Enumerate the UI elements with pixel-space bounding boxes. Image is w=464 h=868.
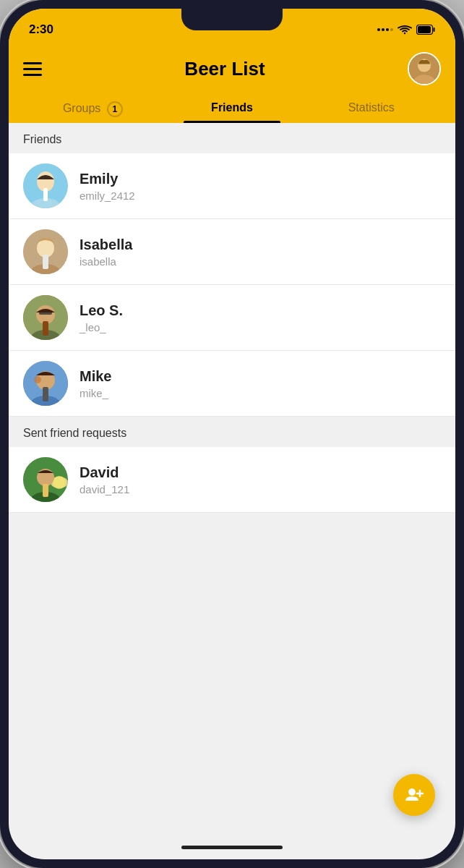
home-bar [181, 846, 283, 849]
mike-name: Mike [80, 368, 111, 385]
phone-inner: 2:30 [9, 9, 455, 859]
isabella-info: Isabella isabella [80, 237, 132, 268]
isabella-avatar [23, 229, 68, 274]
david-handle: david_121 [80, 483, 129, 495]
content-area: Friends Emily emily_24 [9, 123, 455, 513]
friends-section-header: Friends [9, 123, 455, 153]
david-name: David [80, 464, 129, 481]
leo-name: Leo S. [80, 302, 123, 319]
leo-handle: _leo_ [80, 321, 123, 333]
list-item[interactable]: Emily emily_2412 [9, 153, 455, 219]
wifi-icon [398, 25, 412, 35]
svg-point-30 [408, 788, 416, 796]
list-item[interactable]: David david_121 [9, 447, 455, 513]
svg-rect-1 [434, 27, 435, 32]
battery-icon [416, 25, 435, 35]
svg-rect-29 [43, 484, 48, 497]
mike-handle: mike_ [80, 387, 111, 399]
profile-avatar[interactable] [408, 52, 441, 85]
svg-rect-9 [43, 188, 48, 201]
add-person-icon [404, 785, 424, 805]
phone-shell: 2:30 [0, 0, 464, 868]
svg-point-27 [53, 476, 66, 489]
emily-info: Emily emily_2412 [80, 171, 135, 202]
add-friend-fab[interactable] [393, 774, 435, 816]
svg-point-22 [34, 376, 41, 383]
david-avatar [23, 457, 68, 502]
groups-badge: 1 [107, 101, 123, 117]
hamburger-menu[interactable] [23, 62, 42, 76]
list-item[interactable]: Isabella isabella [9, 219, 455, 285]
mike-avatar [23, 361, 68, 406]
status-icons [377, 25, 435, 35]
svg-rect-18 [43, 321, 48, 336]
tab-groups[interactable]: Groups 1 [23, 94, 163, 123]
david-info: David david_121 [80, 464, 129, 495]
signal-icon [377, 28, 393, 31]
svg-rect-2 [418, 26, 431, 33]
leo-info: Leo S. _leo_ [80, 302, 123, 333]
app-header: Beer List Groups 1 [9, 45, 455, 123]
list-item[interactable]: Mike mike_ [9, 351, 455, 417]
notch [181, 9, 283, 30]
sent-requests-section-header: Sent friend requests [9, 417, 455, 447]
avatar-image [409, 54, 439, 84]
list-item[interactable]: Leo S. _leo_ [9, 285, 455, 351]
svg-rect-23 [43, 387, 48, 401]
emily-avatar [23, 163, 68, 208]
tab-statistics[interactable]: Statistics [301, 94, 441, 123]
svg-rect-13 [43, 255, 48, 269]
emily-handle: emily_2412 [80, 190, 135, 202]
app-title: Beer List [184, 58, 265, 80]
mike-info: Mike mike_ [80, 368, 111, 399]
emily-name: Emily [80, 171, 135, 187]
isabella-handle: isabella [80, 255, 132, 268]
tab-bar: Groups 1 Friends Statistics [23, 94, 441, 123]
status-time: 2:30 [29, 22, 53, 37]
leo-avatar [23, 295, 68, 340]
isabella-name: Isabella [80, 237, 132, 253]
tab-friends[interactable]: Friends [163, 94, 302, 123]
